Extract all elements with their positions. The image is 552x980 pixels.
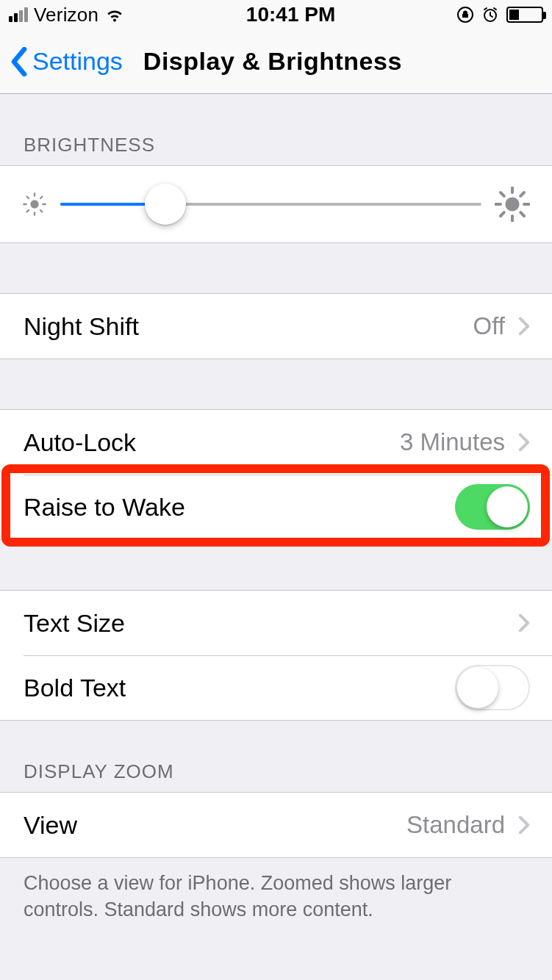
- toggle-knob: [487, 486, 528, 527]
- svg-line-10: [40, 197, 42, 198]
- battery-icon: [506, 7, 543, 23]
- brightness-slider-thumb[interactable]: [145, 184, 186, 225]
- svg-point-2: [30, 200, 38, 208]
- svg-point-11: [505, 197, 519, 211]
- brightness-group: [0, 165, 552, 243]
- display-zoom-footer: Choose a view for iPhone. Zoomed shows l…: [0, 858, 552, 923]
- brightness-header: BRIGHTNESS: [0, 94, 552, 165]
- brightness-slider[interactable]: [60, 203, 481, 206]
- lock-group: Auto-Lock 3 Minutes Raise to Wake: [0, 409, 552, 540]
- status-bar: Verizon 10:41 PM: [0, 0, 552, 29]
- svg-line-7: [27, 197, 29, 198]
- alarm-clock-icon: [481, 6, 499, 24]
- signal-strength-icon: [9, 7, 28, 22]
- auto-lock-row[interactable]: Auto-Lock 3 Minutes: [0, 410, 552, 475]
- night-shift-row[interactable]: Night Shift Off: [0, 294, 552, 359]
- chevron-right-icon: [518, 317, 530, 336]
- svg-line-19: [520, 192, 524, 196]
- back-button[interactable]: Settings: [32, 47, 123, 76]
- night-shift-value: Off: [473, 312, 505, 340]
- text-size-row[interactable]: Text Size: [0, 591, 552, 655]
- chevron-right-icon: [518, 433, 530, 452]
- status-time: 10:41 PM: [246, 3, 335, 26]
- raise-to-wake-label: Raise to Wake: [24, 493, 455, 522]
- svg-line-17: [520, 212, 524, 216]
- auto-lock-label: Auto-Lock: [24, 428, 400, 457]
- raise-to-wake-toggle[interactable]: [455, 484, 530, 530]
- nav-header: Settings Display & Brightness: [0, 29, 552, 94]
- view-label: View: [24, 811, 406, 840]
- bold-text-toggle[interactable]: [455, 665, 530, 710]
- bold-text-label: Bold Text: [24, 674, 455, 702]
- text-group: Text Size Bold Text: [0, 590, 552, 721]
- svg-line-18: [501, 212, 504, 216]
- view-value: Standard: [406, 811, 505, 839]
- battery-fill: [509, 10, 519, 20]
- toggle-knob: [457, 667, 498, 708]
- auto-lock-value: 3 Minutes: [400, 428, 505, 456]
- chevron-right-icon: [518, 613, 530, 633]
- back-chevron-icon[interactable]: [10, 47, 28, 76]
- svg-line-8: [40, 210, 42, 212]
- night-shift-label: Night Shift: [24, 312, 473, 341]
- brightness-row: [0, 166, 552, 242]
- raise-to-wake-row: Raise to Wake: [0, 475, 552, 539]
- bold-text-row: Bold Text: [0, 655, 552, 720]
- page-title: Display & Brightness: [143, 47, 402, 76]
- status-left: Verizon: [9, 4, 125, 26]
- display-zoom-header: DISPLAY ZOOM: [0, 721, 552, 792]
- text-size-label: Text Size: [24, 609, 518, 638]
- svg-line-9: [27, 210, 29, 212]
- display-zoom-group: View Standard: [0, 792, 552, 858]
- rotation-lock-icon: [456, 6, 474, 24]
- wifi-icon: [104, 7, 125, 22]
- brightness-high-icon: [495, 187, 530, 222]
- carrier-label: Verizon: [34, 4, 98, 26]
- chevron-right-icon: [518, 815, 530, 835]
- status-right: [456, 6, 543, 24]
- brightness-low-icon: [22, 192, 47, 217]
- view-row[interactable]: View Standard: [0, 793, 552, 857]
- svg-line-16: [501, 192, 504, 196]
- night-shift-group: Night Shift Off: [0, 293, 552, 359]
